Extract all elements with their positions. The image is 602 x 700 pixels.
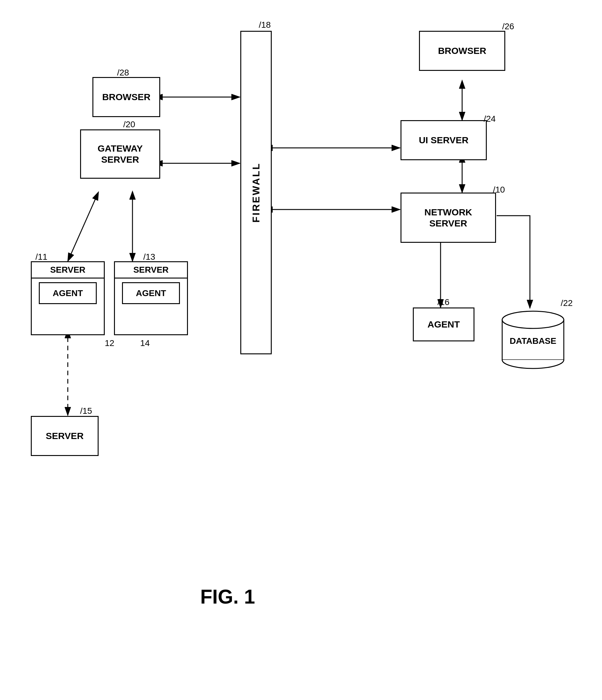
- agent-13-label: AGENT: [136, 289, 166, 298]
- svg-point-14: [502, 311, 564, 328]
- ref-20: /20: [123, 120, 135, 129]
- ref-28: /28: [117, 68, 129, 78]
- svg-line-9: [68, 199, 96, 261]
- fig-label: FIG. 1: [200, 585, 255, 608]
- gateway-server-box: GATEWAYSERVER: [80, 129, 160, 179]
- server-11-top-label: SERVER: [50, 265, 86, 275]
- agent-16-box: AGENT: [413, 307, 474, 341]
- ref-24: /24: [484, 114, 496, 124]
- ref-10: /10: [493, 185, 505, 195]
- database-svg: DATABASE: [499, 307, 567, 369]
- ref-15: /15: [80, 406, 92, 416]
- browser-26-box: BROWSER: [419, 31, 505, 71]
- database-box: DATABASE: [499, 307, 567, 369]
- ui-server-label: UI SERVER: [419, 135, 468, 146]
- agent-11-label: AGENT: [53, 289, 83, 298]
- ref-22: /22: [561, 298, 573, 308]
- browser-26-label: BROWSER: [438, 45, 486, 56]
- firewall-box: FIREWALL: [240, 31, 272, 354]
- server-15-box: SERVER: [31, 416, 99, 456]
- ref-26: /26: [502, 22, 514, 31]
- browser-28-label: BROWSER: [102, 92, 151, 103]
- svg-text:DATABASE: DATABASE: [509, 336, 556, 346]
- diagram: FIREWALL /18 BROWSER /26 UI SERVER /24 N…: [0, 0, 602, 700]
- agent-16-label: AGENT: [428, 319, 460, 330]
- server-13-top-label: SERVER: [133, 265, 169, 275]
- network-server-box: NETWORKSERVER: [401, 193, 496, 243]
- firewall-label: FIREWALL: [250, 162, 262, 223]
- gateway-server-label: GATEWAYSERVER: [98, 143, 143, 165]
- ref-12: 12: [105, 338, 114, 348]
- network-server-label: NETWORKSERVER: [425, 207, 472, 229]
- server-agent-13-box: SERVER AGENT: [114, 261, 188, 335]
- ref-14: 14: [140, 338, 150, 348]
- server-agent-11-box: SERVER AGENT: [31, 261, 105, 335]
- ref-11: /11: [35, 252, 47, 262]
- ref-13: /13: [143, 252, 155, 262]
- ref-16: /16: [437, 297, 450, 307]
- server-15-label: SERVER: [46, 430, 84, 442]
- ref-18: /18: [259, 20, 271, 30]
- browser-28-box: BROWSER: [93, 77, 160, 117]
- ui-server-box: UI SERVER: [401, 120, 487, 160]
